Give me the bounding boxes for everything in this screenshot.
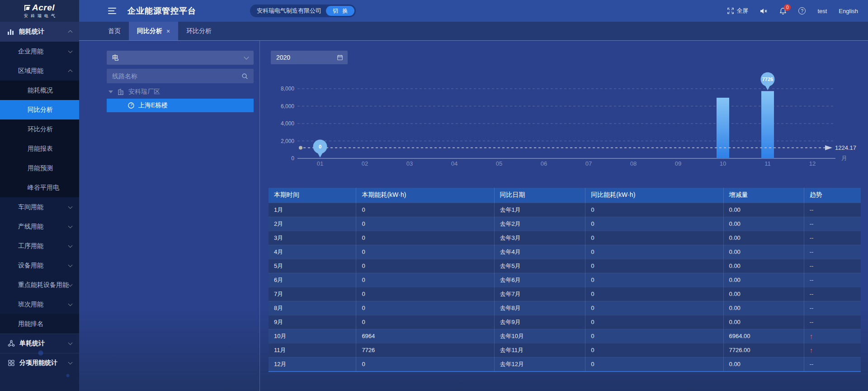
x-axis-tick: 08	[630, 160, 637, 167]
average-line-dot	[299, 146, 302, 149]
sidebar-item-设备用能[interactable]: 设备用能	[0, 256, 79, 275]
table-cell: 去年10月	[494, 329, 585, 343]
sidebar-item-峰谷平用电[interactable]: 峰谷平用电	[0, 178, 79, 197]
sidebar-item-班次用能[interactable]: 班次用能	[0, 295, 79, 314]
menu-collapse-icon[interactable]	[108, 8, 116, 14]
table-row[interactable]: 6月0去年6月00.00--	[269, 273, 861, 287]
company-name: 安科瑞电气制造有限公司	[257, 7, 321, 15]
table-cell: 0	[585, 287, 723, 301]
table-row[interactable]: 2月0去年2月00.00--	[269, 217, 861, 231]
table-cell: 0	[356, 217, 494, 231]
caret-down-icon	[108, 91, 113, 93]
table-row[interactable]: 4月0去年4月00.00--	[269, 245, 861, 259]
chevron-down-icon	[244, 54, 249, 59]
table-cell: ↑	[804, 329, 861, 343]
page-title: 企业能源管控平台	[127, 5, 196, 16]
sidebar-item-label: 班次用能	[18, 300, 43, 309]
molecule-icon	[8, 340, 15, 347]
tree-node-building-selected[interactable]: 上海E栋楼	[107, 99, 254, 112]
table-cell: 0.00	[723, 231, 804, 245]
sidebar-item-产线用能[interactable]: 产线用能	[0, 217, 79, 236]
sidebar-item-单耗统计[interactable]: 单耗统计	[0, 334, 79, 353]
table-cell: 0	[585, 259, 723, 273]
sidebar-item-用能报表[interactable]: 用能报表	[0, 139, 79, 158]
table-cell: 0	[585, 343, 723, 357]
table-cell: 0.00	[723, 259, 804, 273]
table-cell: 6月	[269, 273, 356, 287]
bar-month-10[interactable]	[717, 98, 729, 158]
tree-node-factory[interactable]: 安科瑞厂区	[108, 86, 160, 98]
line-search-input[interactable]	[112, 72, 241, 80]
trend-up-icon: ↑	[810, 346, 813, 354]
help-icon: ?	[798, 7, 806, 14]
company-selector: 安科瑞电气制造有限公司 切 换	[250, 5, 356, 17]
table-cell: --	[804, 259, 861, 273]
fullscreen-button[interactable]: 全屏	[727, 7, 748, 15]
tab-bar: 首页同比分析×环比分析	[79, 22, 868, 41]
table-cell: 0.00	[723, 217, 804, 231]
switch-company-button[interactable]: 切 换	[326, 6, 354, 16]
language-switcher[interactable]: English	[839, 8, 858, 14]
sidebar-item-label: 峰谷平用电	[28, 184, 59, 192]
table-cell: --	[804, 301, 861, 315]
mute-button[interactable]	[760, 8, 768, 14]
table-row[interactable]: 9月0去年9月00.00--	[269, 315, 861, 329]
table-row[interactable]: 1月0去年1月00.00--	[269, 203, 861, 217]
trend-up-icon: ↑	[810, 332, 813, 340]
trend-flat: --	[810, 206, 814, 213]
table-cell: --	[804, 245, 861, 259]
analysis-panel: 2020 02,0004,0006,0008,00001020304050607…	[260, 41, 868, 391]
table-row[interactable]: 7月0去年7月00.00--	[269, 287, 861, 301]
sidebar-item-同比分析[interactable]: 同比分析	[0, 100, 79, 119]
tree-node-label: 安科瑞厂区	[128, 88, 160, 96]
mark-point-value: 0	[319, 144, 321, 149]
table-cell: 0.00	[723, 315, 804, 329]
help-button[interactable]: ?	[798, 7, 806, 14]
x-axis-tick: 12	[809, 160, 816, 167]
table-cell: 0.00	[723, 273, 804, 287]
user-menu[interactable]: test	[817, 8, 827, 14]
sidebar-item-车间用能[interactable]: 车间用能	[0, 197, 79, 217]
year-picker[interactable]: 2020	[271, 51, 348, 64]
chevron-down-icon	[68, 48, 73, 53]
sidebar-item-环比分析[interactable]: 环比分析	[0, 119, 79, 139]
chevron-up-icon	[68, 30, 73, 35]
sidebar-item-label: 企业用能	[18, 48, 43, 56]
brand-subtitle: 安科瑞电气	[21, 13, 58, 19]
sidebar-item-区域用能[interactable]: 区域用能	[0, 61, 79, 81]
sidebar-item-label: 产线用能	[18, 223, 43, 231]
close-icon[interactable]: ×	[166, 28, 170, 35]
bar-month-11[interactable]	[761, 91, 774, 158]
tab-label: 环比分析	[186, 27, 212, 35]
sidebar-item-用能排名[interactable]: 用能排名	[0, 314, 79, 334]
sidebar-item-能耗统计[interactable]: 能耗统计	[0, 22, 79, 42]
table-row[interactable]: 8月0去年8月00.00--	[269, 301, 861, 315]
brand-logo: Acrel 安科瑞电气	[0, 0, 79, 22]
table-cell: --	[804, 231, 861, 245]
sidebar-item-能耗概况[interactable]: 能耗概况	[0, 81, 79, 100]
table-cell: 去年9月	[494, 315, 585, 329]
table-row[interactable]: 12月0去年12月00.00--	[269, 357, 861, 371]
energy-type-select[interactable]: 电	[107, 51, 254, 65]
table-cell: 0.00	[723, 301, 804, 315]
notifications-button[interactable]: 0	[779, 7, 787, 15]
tab-环比分析[interactable]: 环比分析	[178, 22, 220, 40]
sidebar-item-重点能耗设备用能[interactable]: 重点能耗设备用能	[0, 275, 79, 295]
average-line-label: 1224.17	[835, 144, 856, 151]
table-row[interactable]: 10月6964去年10月06964.00↑	[269, 329, 861, 343]
table-row[interactable]: 3月0去年3月00.00--	[269, 231, 861, 245]
trend-flat: --	[810, 361, 814, 367]
table-cell: 去年4月	[494, 245, 585, 259]
table-cell: 去年8月	[494, 301, 585, 315]
tab-同比分析[interactable]: 同比分析×	[129, 22, 178, 40]
table-cell: 0.00	[723, 245, 804, 259]
sidebar-item-分项用能统计[interactable]: 分项用能统计	[0, 353, 79, 372]
tab-首页[interactable]: 首页	[100, 22, 129, 40]
table-cell: 去年1月	[494, 203, 585, 217]
table-cell: 0	[585, 329, 723, 343]
sidebar-item-用能预测[interactable]: 用能预测	[0, 158, 79, 178]
sidebar-item-企业用能[interactable]: 企业用能	[0, 42, 79, 61]
sidebar-item-工序用能[interactable]: 工序用能	[0, 236, 79, 256]
table-row[interactable]: 11月7726去年11月07726.00↑	[269, 343, 861, 357]
table-row[interactable]: 5月0去年5月00.00--	[269, 259, 861, 273]
